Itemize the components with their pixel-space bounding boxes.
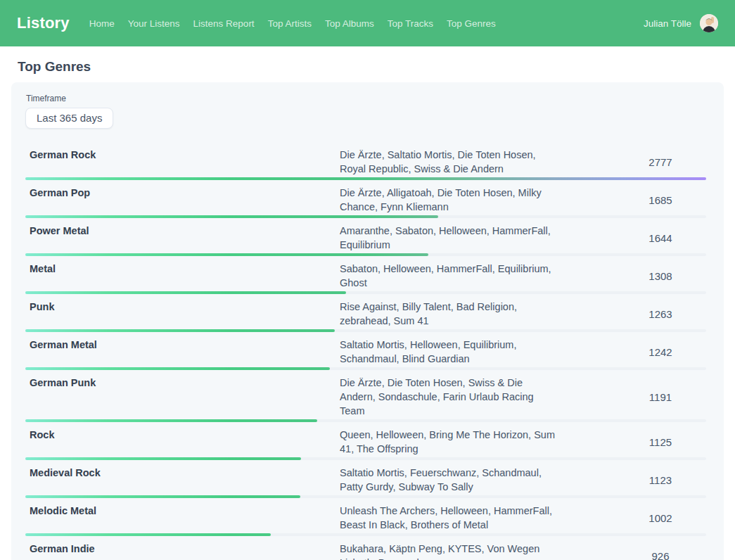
top-genres-card: Timeframe Last 365 days German Rock Die … [11,82,724,560]
genre-row[interactable]: German Rock Die Ärzte, Saltatio Mortis, … [25,142,706,180]
genre-row[interactable]: German Pop Die Ärzte, Alligatoah, Die To… [25,180,706,218]
genre-count: 1308 [615,270,706,282]
genre-artists: Bukahara, Käptn Peng, KYTES, Von Wegen L… [340,542,559,560]
genre-artists: Unleash The Archers, Helloween, HammerFa… [340,504,559,532]
genre-bar-fill [25,457,301,460]
genre-bar-fill [25,177,706,180]
genre-bar-fill [25,253,428,256]
main-content: Top Genres Timeframe Last 365 days Germa… [0,59,735,560]
genre-name: Power Metal [25,224,340,238]
row-spacer [559,186,615,214]
row-spacer [559,428,615,456]
nav-item-top-artists[interactable]: Top Artists [268,18,312,29]
avatar[interactable] [700,14,718,32]
genre-count: 1002 [615,512,706,524]
row-spacer [559,504,615,532]
genre-bar-fill [25,367,330,370]
genre-row[interactable]: Medieval Rock Saltatio Mortis, Feuerschw… [25,460,706,498]
app-header: Listory Home Your Listens Listens Report… [0,0,735,46]
timeframe-select[interactable]: Last 365 days [25,108,113,129]
genre-name: Metal [25,262,340,276]
genre-name: German Pop [25,186,340,200]
genre-artists: Saltatio Mortis, Helloween, Equilibrium,… [340,338,559,366]
genre-name: Punk [25,300,340,314]
genre-count: 1644 [615,232,706,244]
genre-bar-track [25,215,706,218]
genre-row[interactable]: German Metal Saltatio Mortis, Helloween,… [25,332,706,370]
genre-row[interactable]: German Punk Die Ärzte, Die Toten Hosen, … [25,370,706,422]
genre-count: 2777 [615,156,706,168]
avatar-image [700,14,718,32]
row-spacer [559,338,615,366]
genre-bar-fill [25,419,317,422]
genre-count: 1242 [615,346,706,358]
genre-count: 926 [615,550,706,560]
genre-bar-fill [25,533,271,536]
genre-bar-fill [25,329,335,332]
genre-artists: Amaranthe, Sabaton, Helloween, HammerFal… [340,224,559,252]
genre-artists: Sabaton, Helloween, HammerFall, Equilibr… [340,262,559,290]
genre-count: 1191 [615,391,706,403]
genre-row[interactable]: Melodic Metal Unleash The Archers, Hello… [25,498,706,536]
nav-item-top-tracks[interactable]: Top Tracks [388,18,433,29]
genre-name: German Indie [25,542,340,556]
genre-name: Rock [25,428,340,442]
genre-bar-track [25,329,706,332]
genre-bar-track [25,253,706,256]
genre-name: German Punk [25,376,340,390]
timeframe-label: Timeframe [26,94,706,103]
genre-artists: Die Ärzte, Alligatoah, Die Toten Hosen, … [340,186,559,214]
genre-bar-track [25,495,706,498]
genre-artists: Die Ärzte, Saltatio Mortis, Die Toten Ho… [340,148,559,176]
nav-item-top-albums[interactable]: Top Albums [325,18,374,29]
genre-count: 1123 [615,474,706,486]
row-spacer [559,262,615,290]
user-name: Julian Tölle [644,18,691,29]
genre-name: Medieval Rock [25,466,340,480]
genre-name: Melodic Metal [25,504,340,518]
user-menu[interactable]: Julian Tölle [644,14,718,32]
genre-count: 1263 [615,308,706,320]
nav-item-home[interactable]: Home [89,18,115,29]
genre-name: German Metal [25,338,340,352]
genre-bar-track [25,291,706,294]
genre-bar-track [25,419,706,422]
genre-bar-track [25,177,706,180]
app-logo[interactable]: Listory [17,14,70,32]
genre-bar-track [25,457,706,460]
row-spacer [559,224,615,252]
row-spacer [559,376,615,418]
genre-artists: Die Ärzte, Die Toten Hosen, Swiss & Die … [340,376,559,418]
genre-artists: Saltatio Mortis, Feuerschwanz, Schandmau… [340,466,559,494]
genre-row[interactable]: Power Metal Amaranthe, Sabaton, Hellowee… [25,218,706,256]
genre-artists: Queen, Helloween, Bring Me The Horizon, … [340,428,559,456]
genre-bar-fill [25,215,438,218]
genre-row[interactable]: German Indie Bukahara, Käptn Peng, KYTES… [25,536,706,560]
genre-count: 1685 [615,194,706,206]
nav-item-top-genres[interactable]: Top Genres [447,18,496,29]
main-nav: Home Your Listens Listens Report Top Art… [89,18,496,29]
genre-count: 1125 [615,436,706,448]
genre-row[interactable]: Metal Sabaton, Helloween, HammerFall, Eq… [25,256,706,294]
genre-artists: Rise Against, Billy Talent, Bad Religion… [340,300,559,328]
page-title: Top Genres [18,59,724,75]
genre-bar-fill [25,291,346,294]
genre-name: German Rock [25,148,340,162]
genre-bar-track [25,367,706,370]
nav-item-your-listens[interactable]: Your Listens [128,18,180,29]
genre-bar-fill [25,495,300,498]
row-spacer [559,300,615,328]
genres-table: German Rock Die Ärzte, Saltatio Mortis, … [25,142,706,560]
row-spacer [559,466,615,494]
nav-item-listens-report[interactable]: Listens Report [193,18,255,29]
row-spacer [559,148,615,176]
row-spacer [559,542,615,560]
genre-bar-track [25,533,706,536]
genre-row[interactable]: Punk Rise Against, Billy Talent, Bad Rel… [25,294,706,332]
genre-row[interactable]: Rock Queen, Helloween, Bring Me The Hori… [25,422,706,460]
